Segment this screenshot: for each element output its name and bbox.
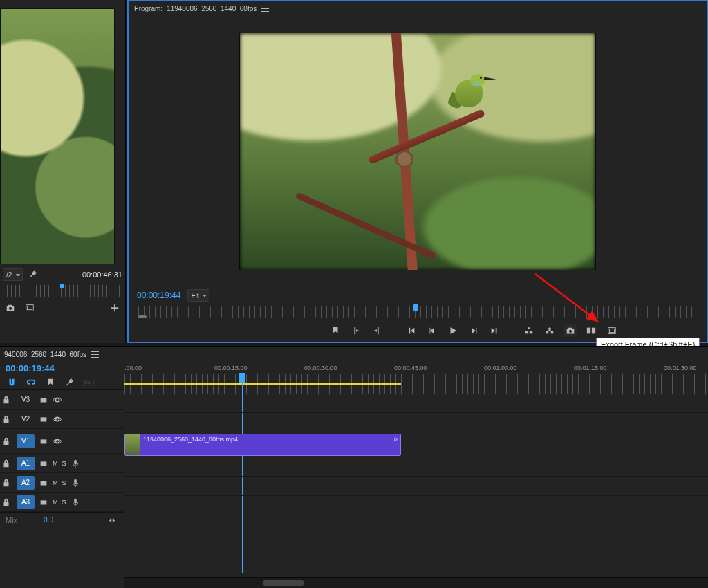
svg-rect-25 <box>41 500 47 504</box>
sync-lock-icon[interactable] <box>39 435 48 448</box>
lock-icon[interactable] <box>0 394 12 406</box>
panel-menu-icon[interactable] <box>261 6 269 12</box>
ruler-tick: 00:01:30:00 <box>664 365 697 371</box>
safe-margins-icon[interactable] <box>24 302 36 314</box>
zoom-scroll-handle[interactable] <box>138 315 147 318</box>
play-icon[interactable] <box>447 324 459 337</box>
track-row-a3[interactable] <box>124 496 708 515</box>
voiceover-icon[interactable] <box>71 457 80 470</box>
svg-rect-22 <box>74 459 77 464</box>
track-header-a3[interactable]: A3 M S <box>0 493 124 512</box>
timeline-ruler[interactable]: :00:0000:00:15:0000:00:30:0000:00:45:000… <box>124 374 708 394</box>
mute-button[interactable]: M <box>53 460 58 467</box>
lock-icon[interactable] <box>0 496 12 508</box>
panel-menu-icon[interactable] <box>91 351 99 358</box>
track-label[interactable]: V1 <box>17 434 35 448</box>
track-header-v1[interactable]: V1 <box>0 429 124 454</box>
track-header-v3[interactable]: V3 <box>0 390 124 410</box>
captions-icon[interactable]: CC <box>83 376 95 389</box>
linked-selection-icon[interactable] <box>25 376 37 389</box>
solo-button[interactable]: S <box>62 479 66 486</box>
mute-button[interactable]: M <box>53 479 58 486</box>
sync-lock-icon[interactable] <box>39 496 48 508</box>
sync-lock-icon[interactable] <box>39 477 48 489</box>
svg-rect-19 <box>41 439 47 443</box>
track-row-a1[interactable] <box>124 457 708 477</box>
work-area-bar[interactable] <box>124 383 401 385</box>
source-monitor-view[interactable] <box>0 8 115 264</box>
source-zoom-select[interactable]: /2 <box>3 268 23 281</box>
expand-icon[interactable] <box>106 514 118 526</box>
svg-rect-8 <box>587 328 590 334</box>
extract-icon[interactable] <box>543 324 556 337</box>
step-back-icon[interactable] <box>426 324 438 337</box>
program-timecode[interactable]: 00:00:19:44 <box>137 291 180 300</box>
svg-rect-26 <box>74 498 77 503</box>
lock-icon[interactable] <box>0 435 12 448</box>
source-duration: 00:00:46:31 <box>82 270 122 279</box>
sequence-tab[interactable]: 940006_2560_1440_60fps <box>4 351 86 358</box>
track-row-v3[interactable] <box>124 394 708 413</box>
mix-level[interactable]: 0.0 <box>44 516 53 524</box>
mix-track-header[interactable]: Mix 0.0 <box>0 512 124 527</box>
track-label[interactable]: A1 <box>17 457 35 470</box>
source-time-ruler[interactable] <box>3 285 122 297</box>
solo-button[interactable]: S <box>62 460 66 467</box>
program-zoom-select[interactable]: Fit <box>187 289 209 302</box>
step-forward-icon[interactable] <box>467 324 480 337</box>
plus-icon[interactable] <box>109 302 121 314</box>
source-playhead[interactable] <box>60 284 64 288</box>
track-label[interactable]: V2 <box>17 412 35 426</box>
lock-icon[interactable] <box>0 457 12 470</box>
program-time-ruler[interactable] <box>138 306 697 318</box>
export-frame-button[interactable] <box>564 324 577 337</box>
comparison-view-icon[interactable] <box>585 324 597 337</box>
mark-in-icon[interactable] <box>350 324 362 337</box>
track-row-v2[interactable] <box>124 413 708 432</box>
go-to-out-icon[interactable] <box>488 324 501 337</box>
track-label[interactable]: A3 <box>17 495 35 509</box>
track-row-v1[interactable]: 11940006_2560_1440_60fps.mp4 fx <box>124 432 708 457</box>
track-header-a1[interactable]: A1 M S <box>0 454 124 473</box>
clip-fx-badge: fx <box>394 436 398 442</box>
ruler-tick: 00:00:15:00 <box>214 365 248 371</box>
marker-icon[interactable] <box>329 324 342 337</box>
track-row-a2[interactable] <box>124 477 708 496</box>
toggle-track-output-icon[interactable] <box>53 394 62 406</box>
mute-button[interactable]: M <box>53 499 58 506</box>
snap-icon[interactable] <box>6 376 18 389</box>
go-to-in-icon[interactable] <box>405 324 418 337</box>
svg-rect-23 <box>41 481 47 485</box>
lock-icon[interactable] <box>0 413 12 425</box>
voiceover-icon[interactable] <box>71 496 80 508</box>
sync-lock-icon[interactable] <box>39 457 48 470</box>
voiceover-icon[interactable] <box>71 477 80 489</box>
track-header-v2[interactable]: V2 <box>0 410 124 429</box>
track-label[interactable]: V3 <box>17 393 35 407</box>
svg-rect-17 <box>41 417 47 421</box>
video-clip[interactable]: 11940006_2560_1440_60fps.mp4 fx <box>124 434 401 456</box>
svg-rect-3 <box>525 331 528 334</box>
program-monitor-view[interactable] <box>239 33 596 270</box>
mark-out-icon[interactable] <box>371 324 383 337</box>
toggle-track-output-icon[interactable] <box>53 435 62 448</box>
svg-rect-5 <box>546 331 549 334</box>
svg-point-20 <box>55 439 59 443</box>
lock-icon[interactable] <box>0 477 12 489</box>
timeline-horizontal-scrollbar[interactable] <box>124 577 708 588</box>
toggle-track-output-icon[interactable] <box>53 413 62 425</box>
camera-icon[interactable] <box>4 302 17 314</box>
program-playhead[interactable] <box>413 304 418 311</box>
wrench-icon[interactable] <box>64 376 76 389</box>
wrench-icon[interactable] <box>27 268 39 281</box>
sync-lock-icon[interactable] <box>39 413 48 425</box>
add-marker-icon[interactable] <box>44 376 57 389</box>
timeline-timecode[interactable]: 00:00:19:44 <box>0 362 124 375</box>
track-header-a2[interactable]: A2 M S <box>0 473 124 493</box>
sync-lock-icon[interactable] <box>39 394 48 406</box>
scrollbar-thumb[interactable] <box>263 580 304 586</box>
track-label[interactable]: A2 <box>17 476 35 490</box>
lift-icon[interactable] <box>523 324 535 337</box>
solo-button[interactable]: S <box>62 499 66 506</box>
safe-margins-icon[interactable] <box>606 324 618 337</box>
